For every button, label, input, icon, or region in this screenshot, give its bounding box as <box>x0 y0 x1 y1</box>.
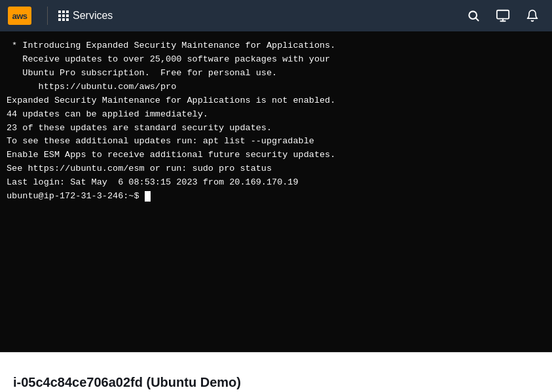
terminal-line: 44 updates can be applied immediately. <box>7 108 545 122</box>
bell-icon[interactable] <box>521 7 544 25</box>
aws-logo-text: aws <box>12 11 27 21</box>
grid-icon <box>58 10 69 21</box>
terminal-line: https://ubuntu.com/aws/pro <box>7 80 545 94</box>
info-panel: i-05c4c84ce706a02fd (Ubuntu Demo) Public… <box>0 352 552 392</box>
terminal-line: Enable ESM Apps to receive additional fu… <box>7 149 545 162</box>
terminal-line: Last login: Sat May 6 08:53:15 2023 from… <box>7 176 545 190</box>
aws-logo[interactable]: aws <box>8 7 31 25</box>
terminal-line: 23 of these updates are standard securit… <box>7 122 545 135</box>
terminal-line: See https://ubuntu.com/esm or run: sudo … <box>7 162 545 176</box>
aws-logo-box: aws <box>8 7 31 25</box>
terminal-line: Expanded Security Maintenance for Applic… <box>7 94 545 108</box>
terminal-line: ubuntu@ip-172-31-3-246:~$ <box>7 190 545 204</box>
terminal-line: To see these additional updates run: apt… <box>7 135 545 149</box>
terminal[interactable]: * Introducing Expanded Security Maintena… <box>0 31 552 352</box>
navbar: aws Services <box>0 0 552 31</box>
instance-id: i-05c4c84ce706a02fd (Ubuntu Demo) <box>13 375 539 390</box>
search-icon[interactable] <box>462 7 485 25</box>
terminal-line: Ubuntu Pro subscription. Free for person… <box>7 67 545 80</box>
terminal-cursor <box>145 191 151 202</box>
navbar-services-button[interactable]: Services <box>58 10 113 22</box>
cloud-terminal-icon[interactable] <box>490 6 515 26</box>
services-label: Services <box>73 10 113 22</box>
terminal-line: * Introducing Expanded Security Maintena… <box>7 39 545 53</box>
svg-rect-2 <box>497 10 509 19</box>
svg-line-1 <box>476 18 479 21</box>
terminal-line: Receive updates to over 25,000 software … <box>7 53 545 67</box>
navbar-divider <box>47 7 48 25</box>
